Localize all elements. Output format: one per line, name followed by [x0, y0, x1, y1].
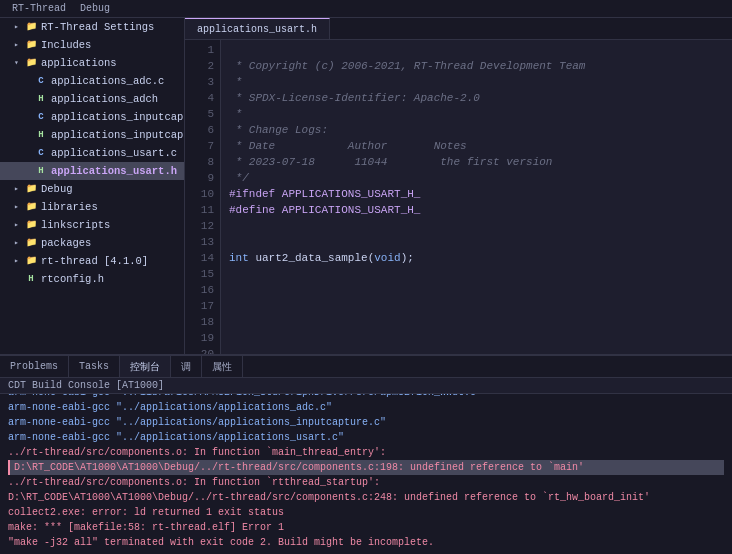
code-line: * — [229, 74, 724, 90]
file-icon: H — [24, 272, 38, 286]
tree-arrow: ▸ — [14, 37, 24, 53]
sidebar-item-app-adc-h[interactable]: Happlications_adch — [0, 90, 184, 108]
console-output[interactable]: arm-none-eabi-gcc "../libraries/APM32F10… — [0, 394, 732, 554]
console-line: ../rt-thread/src/components.o: In functi… — [8, 445, 724, 460]
file-icon: 📁 — [24, 56, 38, 70]
tree-arrow: ▸ — [14, 199, 24, 215]
tree-arrow: ▾ — [14, 55, 24, 71]
code-line: #define APPLICATIONS_USART_H_ — [229, 202, 724, 218]
line-number: 15 — [191, 266, 214, 282]
bottom-panel: ProblemsTasks控制台调属性 CDT Build Console [A… — [0, 354, 732, 554]
console-line: D:\RT_CODE\AT1000\AT1000\Debug/../rt-thr… — [8, 490, 724, 505]
code-line — [229, 330, 724, 346]
file-icon: 📁 — [24, 254, 38, 268]
sidebar-item-label: libraries — [41, 199, 98, 215]
code-line: * SPDX-License-Identifier: Apache-2.0 — [229, 90, 724, 106]
top-bar-rtthread[interactable]: RT-Thread — [8, 2, 70, 15]
code-line — [229, 282, 724, 298]
line-number: 11 — [191, 202, 214, 218]
editor-area: applications_usart.h 1234567891011121314… — [185, 18, 732, 354]
sidebar-item-linkscripts[interactable]: ▸📁linkscripts — [0, 216, 184, 234]
sidebar-item-applications[interactable]: ▾📁applications — [0, 54, 184, 72]
sidebar-item-packages[interactable]: ▸📁packages — [0, 234, 184, 252]
line-number: 3 — [191, 74, 214, 90]
sidebar-item-label: linkscripts — [41, 217, 110, 233]
tree-arrow: ▸ — [14, 181, 24, 197]
line-number: 12 — [191, 218, 214, 234]
code-line — [229, 314, 724, 330]
code-line: int uart2_data_sample(void); — [229, 250, 724, 266]
sidebar-item-app-input-h[interactable]: Happlications_inputcapture.h — [0, 126, 184, 144]
file-icon: H — [34, 164, 48, 178]
bottom-tab-tasks[interactable]: Tasks — [69, 356, 120, 377]
console-line: "make -j32 all" terminated with exit cod… — [8, 535, 724, 550]
bottom-tab-console[interactable]: 控制台 — [120, 356, 171, 377]
tree-arrow: ▸ — [14, 217, 24, 233]
editor-tabs: applications_usart.h — [185, 18, 732, 40]
sidebar-item-label: rt-thread [4.1.0] — [41, 253, 148, 269]
sidebar-item-rt-thread[interactable]: ▸📁rt-thread [4.1.0] — [0, 252, 184, 270]
code-editor: 1234567891011121314151617181920212223242… — [185, 40, 732, 354]
line-number: 7 — [191, 138, 214, 154]
sidebar-item-debug[interactable]: ▸📁Debug — [0, 180, 184, 198]
bottom-tab-label: Tasks — [79, 361, 109, 372]
line-number: 6 — [191, 122, 214, 138]
file-icon: H — [34, 92, 48, 106]
file-icon: 📁 — [24, 20, 38, 34]
sidebar-item-label: rtconfig.h — [41, 271, 104, 287]
console-line: arm-none-eabi-gcc "../applications/appli… — [8, 415, 724, 430]
sidebar-item-label: applications_inputcapture.h — [51, 127, 185, 143]
bottom-tab-tab5[interactable]: 属性 — [202, 356, 243, 377]
sidebar-item-label: packages — [41, 235, 91, 251]
code-line — [229, 346, 724, 354]
tree-arrow: ▸ — [14, 235, 24, 251]
top-bar: RT-Thread Debug — [0, 0, 732, 18]
line-number: 16 — [191, 282, 214, 298]
line-number: 8 — [191, 154, 214, 170]
console-line: D:\RT_CODE\AT1000\AT1000\Debug/../rt-thr… — [8, 460, 724, 475]
code-content[interactable]: * Copyright (c) 2006-2021, RT-Thread Dev… — [221, 40, 732, 354]
line-number: 14 — [191, 250, 214, 266]
main-area: ▸📁RT-Thread Settings▸📁Includes▾📁applicat… — [0, 18, 732, 354]
console-line: arm-none-eabi-gcc "../applications/appli… — [8, 400, 724, 415]
sidebar-item-label: Includes — [41, 37, 91, 53]
sidebar-item-app-input-c[interactable]: Capplications_inputcapture.c — [0, 108, 184, 126]
sidebar-item-app-adc-c[interactable]: Capplications_adc.c — [0, 72, 184, 90]
line-number: 5 — [191, 106, 214, 122]
console-line: arm-none-eabi-gcc "../applications/appli… — [8, 430, 724, 445]
file-icon: C — [34, 146, 48, 160]
sidebar-item-includes[interactable]: ▸📁Includes — [0, 36, 184, 54]
sidebar-item-app-usart-c[interactable]: Capplications_usart.c — [0, 144, 184, 162]
bottom-tab-problems[interactable]: Problems — [0, 356, 69, 377]
top-bar-debug[interactable]: Debug — [76, 2, 114, 15]
line-number: 1 — [191, 42, 214, 58]
tree-arrow: ▸ — [14, 19, 24, 35]
sidebar-item-label: applications_adch — [51, 91, 158, 107]
sidebar-item-rtconfig-h[interactable]: Hrtconfig.h — [0, 270, 184, 288]
line-number: 13 — [191, 234, 214, 250]
line-numbers: 1234567891011121314151617181920212223242… — [185, 40, 221, 354]
code-line: * 2023-07-18 11044 the first version — [229, 154, 724, 170]
code-line: * Change Logs: — [229, 122, 724, 138]
line-number: 10 — [191, 186, 214, 202]
file-icon: 📁 — [24, 182, 38, 196]
line-number: 4 — [191, 90, 214, 106]
tree-arrow: ▸ — [14, 253, 24, 269]
code-line — [229, 218, 724, 234]
editor-tab-tab-usart-h[interactable]: applications_usart.h — [185, 18, 330, 39]
sidebar-item-libraries[interactable]: ▸📁libraries — [0, 198, 184, 216]
file-icon: C — [34, 110, 48, 124]
sidebar: ▸📁RT-Thread Settings▸📁Includes▾📁applicat… — [0, 18, 185, 354]
code-line: #ifndef APPLICATIONS_USART_H_ — [229, 186, 724, 202]
bottom-tab-tab4[interactable]: 调 — [171, 356, 202, 377]
console-line: ../rt-thread/src/components.o: In functi… — [8, 475, 724, 490]
code-line: * Date Author Notes — [229, 138, 724, 154]
sidebar-item-label: applications — [41, 55, 117, 71]
line-number: 2 — [191, 58, 214, 74]
bottom-tab-label: Problems — [10, 361, 58, 372]
sidebar-item-label: applications_adc.c — [51, 73, 164, 89]
console-line: collect2.exe: error: ld returned 1 exit … — [8, 505, 724, 520]
sidebar-item-rt-thread-settings[interactable]: ▸📁RT-Thread Settings — [0, 18, 184, 36]
sidebar-item-app-usart-h[interactable]: Happlications_usart.h — [0, 162, 184, 180]
line-number: 17 — [191, 298, 214, 314]
